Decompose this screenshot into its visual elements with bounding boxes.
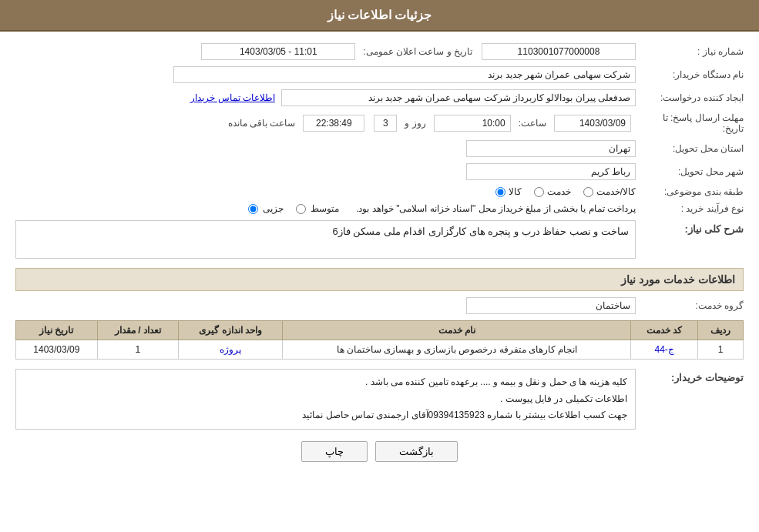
- requester-value: صدفعلی پیران بودالالو کاربرداز شرکت سهام…: [281, 89, 636, 106]
- service-group-label: گروه خدمت:: [636, 300, 744, 311]
- buyer-org-value: شرکت سهامی عمران شهر جدید برند: [173, 66, 636, 83]
- buyer-org-row: نام دستگاه خریدار: شرکت سهامی عمران شهر …: [15, 66, 744, 83]
- cell-date: 1403/03/09: [16, 340, 98, 360]
- category-khedmat-label: خدمت: [547, 186, 571, 197]
- need-number-label: شماره نیاز :: [636, 46, 744, 57]
- category-kala-khedmat-label: کالا/خدمت: [596, 186, 636, 197]
- city-value: رباط کریم: [466, 163, 636, 180]
- deadline-remaining-label: ساعت باقی مانده: [228, 118, 296, 129]
- category-options: کالا/خدمت خدمت کالا: [495, 186, 636, 197]
- process-jozii-radio[interactable]: [248, 204, 258, 214]
- deadline-label: مهلت ارسال پاسخ: تا تاریخ:: [636, 112, 744, 134]
- col-service-code: کد خدمت: [631, 321, 698, 340]
- cell-name: انجام کارهای متفرقه درخصوص بازسازی و بهس…: [283, 340, 631, 360]
- requester-row: ایجاد کننده درخواست: صدفعلی پیران بودالا…: [15, 89, 744, 106]
- services-section: اطلاعات خدمات مورد نیاز گروه خدمت: ساختم…: [15, 268, 744, 360]
- process-motavasset-label: متوسط: [311, 203, 339, 214]
- page-title: جزئیات اطلاعات نیاز: [327, 8, 432, 22]
- service-group-value: ساختمان: [466, 297, 636, 314]
- process-label: نوع فرآیند خرید :: [636, 203, 744, 214]
- category-kala-label: کالا: [509, 186, 522, 197]
- col-row: ردیف: [698, 321, 744, 340]
- deadline-date: 1403/03/09: [554, 115, 631, 132]
- table-row: 1 ج-44 انجام کارهای متفرقه درخصوص بازساز…: [16, 340, 744, 360]
- deadline-remaining: 22:38:49: [303, 115, 364, 132]
- province-row: استان محل تحویل: تهران: [15, 140, 744, 157]
- deadline-days-label: روز و: [405, 118, 425, 129]
- category-khedmat-radio[interactable]: [534, 187, 544, 197]
- announcement-date-label: تاریخ و ساعت اعلان عمومی:: [363, 46, 472, 57]
- col-date: تاریخ نیاز: [16, 321, 98, 340]
- buyer-notes-label: توضیحات خریدار:: [636, 369, 744, 383]
- category-kala-khedmat: کالا/خدمت: [583, 186, 636, 197]
- deadline-days: 3: [374, 115, 397, 132]
- province-value: تهران: [466, 140, 636, 157]
- announcement-date-value: 1403/03/05 - 11:01: [201, 43, 355, 60]
- buyer-note-line3: جهت کسب اطلاعات بیشتر با شماره 093941359…: [24, 407, 627, 424]
- need-description-label: شرح کلی نیاز:: [636, 220, 744, 235]
- cell-quantity: 1: [97, 340, 179, 360]
- city-row: شهر محل تحویل: رباط کریم: [15, 163, 744, 180]
- city-label: شهر محل تحویل:: [636, 166, 744, 177]
- category-khedmat: خدمت: [534, 186, 571, 197]
- province-label: استان محل تحویل:: [636, 143, 744, 154]
- process-motavasset-radio[interactable]: [296, 204, 306, 214]
- need-number-row: شماره نیاز : 1103001077000008 تاریخ و سا…: [15, 43, 744, 60]
- need-description-row: شرح کلی نیاز: ساخت و نصب حفاظ درب و پنجر…: [15, 220, 744, 259]
- category-kala-khedmat-radio[interactable]: [583, 187, 593, 197]
- buyer-notes-content: کلیه هزینه ها ی حمل و نقل و بیمه و .... …: [15, 369, 636, 430]
- col-service-name: نام خدمت: [283, 321, 631, 340]
- category-row: طبقه بندی موضوعی: کالا/خدمت خدمت کالا: [15, 186, 744, 197]
- requester-label: ایجاد کننده درخواست:: [636, 92, 744, 103]
- deadline-time: 10:00: [434, 115, 511, 132]
- services-table: ردیف کد خدمت نام خدمت واحد اندازه گیری ت…: [15, 320, 744, 360]
- category-kala: کالا: [495, 186, 522, 197]
- contact-link[interactable]: اطلاعات تماس خریدار: [190, 92, 275, 103]
- service-group-row: گروه خدمت: ساختمان: [15, 297, 744, 314]
- cell-unit: پروژه: [179, 340, 283, 360]
- buttons-row: بازگشت چاپ: [15, 441, 744, 462]
- process-description: پرداخت تمام یا بخشی از مبلغ خریداز محل "…: [356, 203, 636, 214]
- services-info-title: اطلاعات خدمات مورد نیاز: [15, 268, 744, 291]
- buyer-notes-row: توضیحات خریدار: کلیه هزینه ها ی حمل و نق…: [15, 369, 744, 430]
- buyer-org-label: نام دستگاه خریدار:: [636, 69, 744, 80]
- category-label: طبقه بندی موضوعی:: [636, 186, 744, 197]
- col-unit: واحد اندازه گیری: [179, 321, 283, 340]
- need-description-value: ساخت و نصب حفاظ درب و پنجره های کارگزاری…: [15, 220, 636, 259]
- process-options: پرداخت تمام یا بخشی از مبلغ خریداز محل "…: [15, 203, 636, 214]
- buyer-note-line1: کلیه هزینه ها ی حمل و نقل و بیمه و .... …: [24, 374, 627, 391]
- need-number-value: 1103001077000008: [482, 43, 636, 60]
- cell-row: 1: [698, 340, 744, 360]
- print-button[interactable]: چاپ: [301, 441, 368, 462]
- process-jozii-label: جزیی: [263, 203, 284, 214]
- deadline-time-label: ساعت:: [519, 118, 546, 129]
- category-kala-radio[interactable]: [495, 187, 505, 197]
- process-row: نوع فرآیند خرید : پرداخت تمام یا بخشی از…: [15, 203, 744, 214]
- service-code-link[interactable]: ج-44: [654, 344, 673, 355]
- deadline-row: مهلت ارسال پاسخ: تا تاریخ: 1403/03/09 سا…: [15, 112, 744, 134]
- buyer-note-line2: اطلاعات تکمیلی در فایل پیوست .: [24, 391, 627, 408]
- cell-code: ج-44: [631, 340, 698, 360]
- page-header: جزئیات اطلاعات نیاز: [0, 0, 759, 32]
- back-button[interactable]: بازگشت: [375, 441, 458, 462]
- col-quantity: تعداد / مقدار: [97, 321, 179, 340]
